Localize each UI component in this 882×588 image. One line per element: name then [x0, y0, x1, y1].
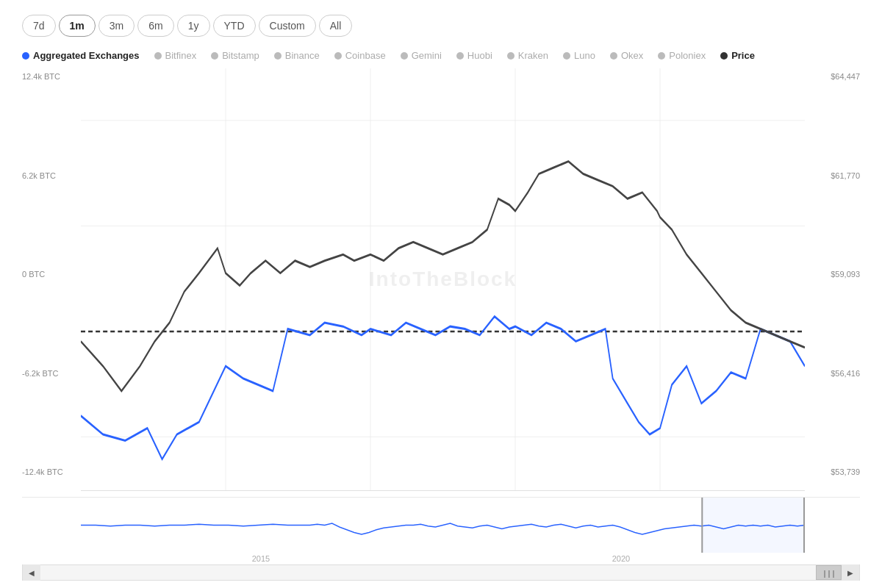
y-axis-right: $64,447 $61,770 $59,093 $56,416 $53,739 — [805, 68, 860, 491]
y-left-0: 12.4k BTC — [22, 72, 81, 81]
legend-coinbase[interactable]: Coinbase — [334, 50, 386, 61]
main-chart-area: 12.4k BTC 6.2k BTC 0 BTC -6.2k BTC -12.4… — [22, 68, 860, 491]
y-right-1: $61,770 — [805, 171, 860, 180]
y-left-2: 0 BTC — [22, 270, 81, 279]
legend-dot-price — [720, 52, 728, 60]
legend-poloniex[interactable]: Poloniex — [658, 50, 706, 61]
legend-huobi[interactable]: Huobi — [456, 50, 492, 61]
y-right-2: $59,093 — [805, 270, 860, 279]
chart-legend: Aggregated Exchanges Bitfinex Bitstamp B… — [22, 50, 860, 61]
legend-label-luno: Luno — [574, 50, 595, 61]
main-container: 7d 1m 3m 6m 1y YTD Custom All Aggregated… — [0, 0, 882, 588]
legend-dot-kraken — [507, 52, 514, 60]
legend-price[interactable]: Price — [720, 50, 755, 61]
mini-x-label-2020: 2020 — [612, 554, 630, 563]
legend-luno[interactable]: Luno — [563, 50, 595, 61]
chart-svg-area[interactable]: IntoTheBlock — [81, 68, 805, 491]
y-right-3: $56,416 — [805, 369, 860, 378]
legend-kraken[interactable]: Kraken — [507, 50, 548, 61]
y-right-0: $64,447 — [805, 72, 860, 81]
mini-x-axis: 2015 2020 — [22, 553, 860, 563]
mini-chart-svg — [81, 498, 805, 553]
btn-3m[interactable]: 3m — [98, 15, 135, 37]
legend-dot-coinbase — [334, 52, 342, 60]
chart-wrapper: 12.4k BTC 6.2k BTC 0 BTC -6.2k BTC -12.4… — [22, 68, 860, 581]
legend-label-coinbase: Coinbase — [345, 50, 386, 61]
btn-7d[interactable]: 7d — [22, 15, 56, 37]
btn-1y[interactable]: 1y — [177, 15, 210, 37]
legend-dot-luno — [563, 52, 570, 60]
btn-custom[interactable]: Custom — [259, 15, 316, 37]
legend-aggregated[interactable]: Aggregated Exchanges — [22, 50, 140, 61]
y-left-3: -6.2k BTC — [22, 369, 81, 378]
legend-dot-bitstamp — [211, 52, 218, 60]
btn-1m[interactable]: 1m — [59, 15, 96, 37]
legend-okex[interactable]: Okex — [610, 50, 643, 61]
svg-rect-11 — [803, 498, 805, 553]
btn-ytd[interactable]: YTD — [213, 15, 256, 37]
legend-label-huobi: Huobi — [467, 50, 492, 61]
legend-dot-bitfinex — [154, 52, 162, 60]
legend-label-gemini: Gemini — [412, 50, 442, 61]
legend-dot-aggregated — [22, 52, 29, 60]
legend-dot-okex — [610, 52, 617, 60]
btn-all[interactable]: All — [319, 15, 353, 37]
main-chart-svg — [81, 68, 805, 490]
legend-label-bitfinex: Bitfinex — [165, 50, 197, 61]
legend-label-kraken: Kraken — [518, 50, 548, 61]
mini-chart-section: 2015 2020 — [22, 497, 860, 563]
scroll-track[interactable] — [40, 565, 842, 580]
y-axis-left: 12.4k BTC 6.2k BTC 0 BTC -6.2k BTC -12.4… — [22, 68, 81, 491]
mini-y-left — [22, 498, 81, 553]
legend-label-bitstamp: Bitstamp — [222, 50, 259, 61]
legend-label-price: Price — [731, 50, 755, 61]
scroll-thumb[interactable] — [816, 565, 842, 580]
legend-dot-huobi — [456, 52, 464, 60]
mini-x-label-2015: 2015 — [252, 554, 270, 563]
legend-dot-poloniex — [658, 52, 665, 60]
btn-6m[interactable]: 6m — [137, 15, 173, 37]
mini-svg-container[interactable] — [81, 498, 805, 553]
mini-y-right — [805, 498, 860, 553]
y-left-4: -12.4k BTC — [22, 467, 81, 476]
scroll-left-btn[interactable]: ◀ — [23, 564, 40, 581]
legend-label-aggregated: Aggregated Exchanges — [33, 50, 140, 61]
legend-binance[interactable]: Binance — [274, 50, 320, 61]
scroll-thumb-icon — [817, 566, 842, 582]
legend-dot-binance — [274, 52, 282, 60]
legend-bitstamp[interactable]: Bitstamp — [211, 50, 259, 61]
legend-bitfinex[interactable]: Bitfinex — [154, 50, 197, 61]
y-right-4: $53,739 — [805, 467, 860, 476]
legend-label-poloniex: Poloniex — [669, 50, 706, 61]
legend-gemini[interactable]: Gemini — [401, 50, 442, 61]
legend-dot-gemini — [401, 52, 408, 60]
svg-rect-10 — [701, 498, 703, 553]
scrollbar[interactable]: ◀ ▶ — [22, 564, 860, 581]
y-left-1: 6.2k BTC — [22, 171, 81, 180]
scroll-right-btn[interactable]: ▶ — [842, 564, 859, 581]
mini-chart-area[interactable] — [22, 498, 860, 553]
legend-label-binance: Binance — [285, 50, 320, 61]
legend-label-okex: Okex — [621, 50, 643, 61]
time-range-bar: 7d 1m 3m 6m 1y YTD Custom All — [22, 15, 860, 37]
